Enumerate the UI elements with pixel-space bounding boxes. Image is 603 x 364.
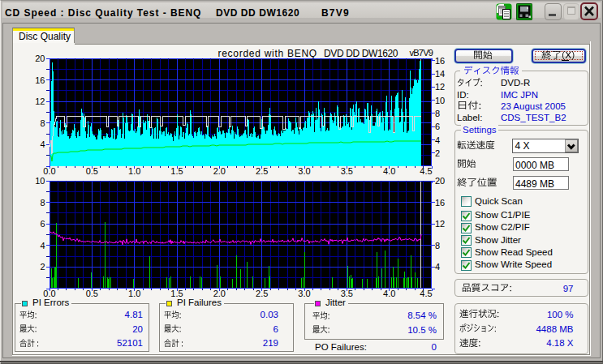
svg-text:2: 2 [435,148,440,158]
svg-text:6: 6 [435,122,440,131]
svg-text:4.0: 4.0 [383,289,395,298]
svg-text:2: 2 [40,262,45,272]
svg-text:4: 4 [40,139,45,149]
svg-text:16: 16 [435,56,445,66]
svg-text:1.0: 1.0 [128,289,140,298]
svg-text:8: 8 [40,118,45,128]
svg-text:8: 8 [40,198,45,208]
svg-text:1.5: 1.5 [170,166,183,176]
svg-text:8: 8 [435,109,440,118]
svg-text:20: 20 [35,54,45,63]
svg-text:16: 16 [35,75,45,85]
svg-text:6: 6 [40,219,45,229]
svg-text:4.0: 4.0 [383,166,395,176]
svg-text:10: 10 [35,176,45,186]
svg-text:1.0: 1.0 [128,166,140,176]
svg-text:16: 16 [435,198,445,208]
svg-text:4: 4 [435,135,440,145]
svg-text:3.0: 3.0 [298,166,310,176]
svg-text:8: 8 [435,241,440,251]
svg-text:4.5: 4.5 [420,289,432,298]
svg-text:12: 12 [435,219,445,229]
svg-text:0.5: 0.5 [86,166,98,176]
svg-text:3.5: 3.5 [341,166,353,176]
svg-text:2.0: 2.0 [213,166,226,176]
svg-text:4.5: 4.5 [420,166,432,176]
svg-text:0.5: 0.5 [86,289,98,298]
svg-text:12: 12 [435,82,445,92]
svg-text:0.0: 0.0 [43,166,55,176]
svg-text:3.0: 3.0 [298,289,310,298]
svg-text:12: 12 [35,96,45,106]
svg-text:2.5: 2.5 [256,289,268,298]
svg-text:10: 10 [435,96,445,105]
svg-text:4: 4 [40,241,45,251]
svg-text:2.5: 2.5 [256,166,268,176]
svg-text:14: 14 [435,69,445,79]
svg-text:4: 4 [435,262,440,272]
svg-text:20: 20 [435,176,445,186]
